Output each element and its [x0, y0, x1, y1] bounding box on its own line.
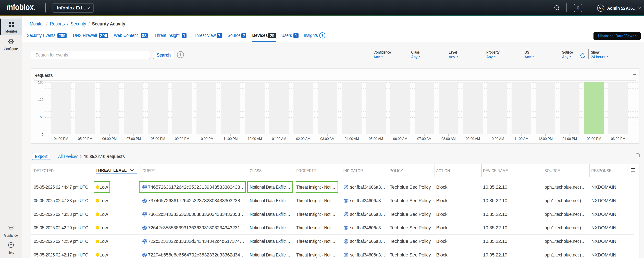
- svg-text:?: ?: [10, 243, 12, 247]
- svg-text:?: ?: [321, 33, 323, 38]
- svg-text:i: i: [180, 52, 181, 57]
